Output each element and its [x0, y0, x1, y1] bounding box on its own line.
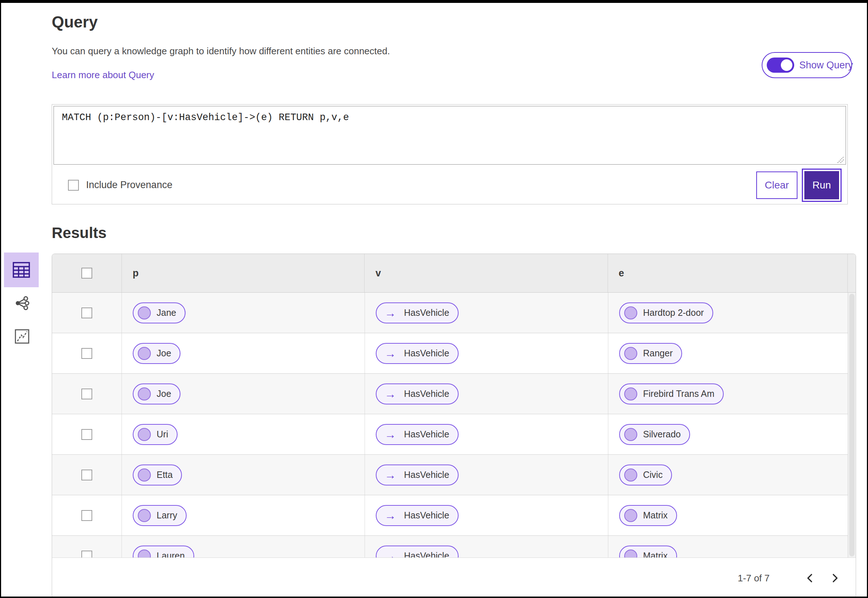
- query-description: You can query a knowledge graph to ident…: [52, 46, 390, 57]
- entity-pill[interactable]: Joe: [133, 383, 181, 404]
- include-provenance-checkbox[interactable]: [68, 180, 79, 191]
- entity-pill[interactable]: Silverado: [619, 424, 690, 445]
- resize-handle-icon[interactable]: [835, 154, 845, 163]
- row-select-cell: [52, 374, 122, 414]
- entity-pill[interactable]: Joe: [133, 343, 181, 364]
- results-table: p v e Jane → HasVehicle Hardtop 2-door: [52, 254, 856, 598]
- entity-pill[interactable]: Jane: [133, 302, 185, 323]
- entity-node-icon: [138, 306, 151, 320]
- relationship-pill[interactable]: → HasVehicle: [376, 302, 459, 323]
- select-all-cell: [52, 254, 122, 292]
- toggle-knob: [781, 59, 792, 71]
- relationship-pill[interactable]: → HasVehicle: [376, 383, 459, 404]
- pagination-bar: 1-7 of 7: [52, 558, 856, 598]
- column-header-v: v: [365, 254, 608, 292]
- entity-node-icon: [138, 387, 151, 401]
- relationship-arrow-icon: →: [384, 469, 396, 481]
- cell-p: Jane: [122, 293, 365, 333]
- chevron-right-icon: [828, 572, 841, 584]
- entity-pill[interactable]: Ranger: [619, 343, 682, 364]
- sidebar-item-graph-view[interactable]: [13, 295, 31, 312]
- relationship-arrow-icon: →: [384, 429, 396, 440]
- cell-e: Ranger: [608, 333, 849, 373]
- relationship-pill[interactable]: → HasVehicle: [376, 546, 459, 558]
- table-row: Lauren → HasVehicle Matrix: [52, 536, 856, 558]
- cell-v: → HasVehicle: [365, 333, 608, 373]
- toggle-switch-icon[interactable]: [767, 58, 794, 73]
- entity-pill[interactable]: Matrix: [619, 505, 677, 526]
- relationship-arrow-icon: →: [384, 550, 396, 558]
- entity-node-icon: [138, 428, 151, 441]
- scrollbar-header-spacer: [848, 254, 856, 292]
- row-select-cell: [52, 414, 122, 454]
- entity-pill[interactable]: Matrix: [619, 546, 677, 558]
- relationship-arrow-icon: →: [384, 388, 396, 400]
- scrollbar-thumb[interactable]: [849, 294, 855, 556]
- page-range-label: 1-7 of 7: [738, 573, 769, 584]
- chevron-left-icon: [804, 572, 817, 584]
- cell-p: Joe: [122, 333, 365, 373]
- entity-node-icon: [624, 468, 637, 481]
- relationship-pill[interactable]: → HasVehicle: [376, 505, 459, 526]
- entity-pill[interactable]: Lauren: [133, 546, 194, 558]
- query-panel: MATCH (p:Person)-[v:HasVehicle]->(e) RET…: [52, 104, 848, 205]
- previous-page-button[interactable]: [801, 569, 820, 587]
- cell-v: → HasVehicle: [365, 414, 608, 454]
- entity-pill[interactable]: Etta: [133, 465, 182, 486]
- entity-pill[interactable]: Hardtop 2-door: [619, 302, 713, 323]
- relationship-pill[interactable]: → HasVehicle: [376, 465, 459, 486]
- vertical-scrollbar[interactable]: [848, 293, 856, 558]
- cell-p: Larry: [122, 495, 365, 535]
- cell-e: Matrix: [608, 536, 849, 558]
- row-checkbox[interactable]: [81, 429, 92, 440]
- results-section-title: Results: [52, 224, 107, 242]
- row-checkbox[interactable]: [81, 510, 92, 521]
- row-checkbox[interactable]: [81, 389, 92, 399]
- query-input[interactable]: MATCH (p:Person)-[v:HasVehicle]->(e) RET…: [54, 106, 846, 164]
- table-view-icon: [13, 262, 30, 278]
- run-button-focus-ring[interactable]: Run: [802, 169, 842, 202]
- cell-e: Hardtop 2-door: [608, 293, 849, 333]
- graph-view-icon: [14, 295, 30, 311]
- sidebar-item-table-view[interactable]: [4, 253, 39, 287]
- entity-node-icon: [624, 428, 637, 441]
- entity-node-icon: [138, 509, 151, 522]
- table-row: Joe → HasVehicle Firebird Trans Am: [52, 374, 856, 414]
- entity-node-icon: [624, 306, 637, 320]
- run-button[interactable]: Run: [804, 171, 839, 199]
- entity-pill[interactable]: Uri: [133, 424, 178, 445]
- show-query-toggle[interactable]: Show Query: [762, 52, 852, 78]
- table-row: Uri → HasVehicle Silverado: [52, 414, 856, 455]
- learn-more-link[interactable]: Learn more about Query: [52, 69, 154, 81]
- cell-p: Uri: [122, 414, 365, 454]
- cell-v: → HasVehicle: [365, 455, 608, 495]
- table-header-row: p v e: [52, 254, 856, 293]
- relationship-pill[interactable]: → HasVehicle: [376, 424, 459, 445]
- cell-e: Matrix: [608, 495, 849, 535]
- chart-view-icon: [14, 329, 30, 344]
- query-section-title: Query: [52, 13, 98, 31]
- query-editor: MATCH (p:Person)-[v:HasVehicle]->(e) RET…: [54, 106, 846, 164]
- row-select-cell: [52, 293, 122, 333]
- query-panel-footer: Include Provenance Clear Run: [52, 166, 847, 204]
- relationship-pill[interactable]: → HasVehicle: [376, 343, 459, 364]
- entity-node-icon: [138, 550, 151, 558]
- row-checkbox[interactable]: [81, 348, 92, 359]
- column-header-e: e: [608, 254, 848, 292]
- clear-button[interactable]: Clear: [756, 172, 798, 199]
- row-checkbox[interactable]: [81, 469, 92, 480]
- entity-pill[interactable]: Firebird Trans Am: [619, 383, 724, 404]
- cell-p: Lauren: [122, 536, 365, 558]
- cell-v: → HasVehicle: [365, 293, 608, 333]
- entity-node-icon: [624, 387, 637, 401]
- select-all-checkbox[interactable]: [81, 268, 92, 278]
- include-provenance-label: Include Provenance: [86, 179, 173, 191]
- row-checkbox[interactable]: [81, 308, 92, 318]
- entity-pill[interactable]: Civic: [619, 465, 672, 486]
- row-checkbox[interactable]: [81, 551, 92, 558]
- entity-pill[interactable]: Larry: [133, 505, 187, 526]
- row-select-cell: [52, 536, 122, 558]
- sidebar-item-chart-view[interactable]: [13, 328, 31, 345]
- entity-node-icon: [624, 347, 637, 360]
- next-page-button[interactable]: [825, 569, 843, 587]
